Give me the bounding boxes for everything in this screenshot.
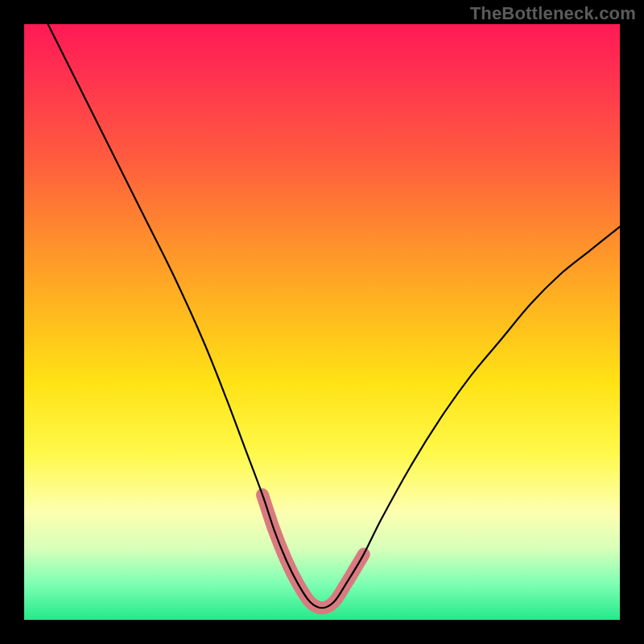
highlight-band-path bbox=[262, 495, 364, 609]
curve-layer bbox=[24, 24, 620, 620]
plot-area bbox=[24, 24, 620, 620]
chart-stage: TheBottleneck.com bbox=[0, 0, 644, 644]
bottleneck-curve-path bbox=[48, 24, 620, 608]
watermark-text: TheBottleneck.com bbox=[470, 3, 636, 24]
